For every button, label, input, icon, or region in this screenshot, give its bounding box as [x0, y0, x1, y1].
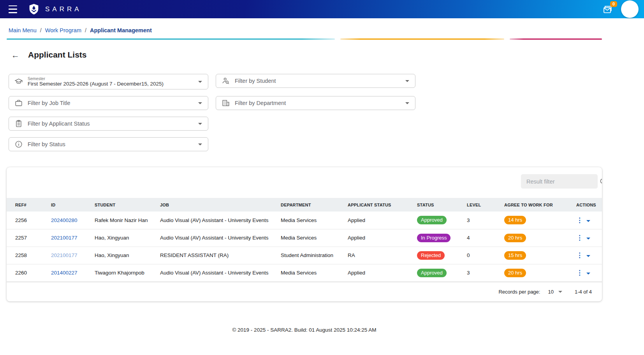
col-actions: ACTIONS: [576, 198, 602, 212]
semester-select[interactable]: Semester First Semester 2025-2026 (Augus…: [9, 74, 208, 89]
briefcase-icon: [14, 99, 23, 107]
status-badge: In Progress: [417, 234, 450, 242]
breadcrumb-work-program[interactable]: Work Program: [45, 27, 81, 33]
row-menu-icon[interactable]: ⋮: [576, 216, 582, 224]
col-id: ID: [51, 198, 95, 212]
search-icon[interactable]: [599, 178, 602, 185]
status-badge: Approved: [417, 269, 447, 277]
graduation-cap-icon: [14, 77, 23, 86]
records-per-page-value: 10: [548, 289, 553, 295]
student-id-link[interactable]: 202400280: [51, 217, 77, 223]
chevron-down-icon: [405, 102, 409, 104]
department-cell: Media Services: [281, 229, 348, 247]
agree-hours-pill: 15 hrs: [504, 251, 526, 260]
chevron-down-icon: [558, 291, 562, 293]
table-row: 2260 201400227 Tiwagorn Khajornpob Audio…: [7, 264, 602, 282]
department-cell: Student Administration: [281, 247, 348, 264]
row-expand-icon[interactable]: [586, 220, 590, 222]
table-header-row: REF# ID STUDENT JOB DEPARTMENT APPLICANT…: [7, 198, 602, 212]
brand-name: SARRA: [45, 5, 82, 13]
student-id-link[interactable]: 202100177: [51, 235, 77, 241]
tricolor-divider: [7, 38, 602, 40]
filter-applicant-status-select[interactable]: Filter by Applicant Status: [9, 117, 208, 131]
breadcrumb-main-menu[interactable]: Main Menu: [9, 27, 37, 33]
divider-crimson-segment: [510, 38, 602, 40]
col-department: DEPARTMENT: [281, 198, 348, 212]
student-id-link[interactable]: 201400227: [51, 270, 77, 276]
applicant-status-cell: RA: [348, 247, 417, 264]
filter-student-select[interactable]: Filter by Student: [216, 74, 415, 88]
divider-orange-segment: [340, 38, 504, 40]
table-row: 2258 202100177 Hao, Xingyuan RESIDENT AS…: [7, 247, 602, 264]
filter-student-label: Filter by Student: [235, 78, 276, 84]
status-badge: Approved: [417, 216, 447, 224]
filter-department-label: Filter by Department: [235, 100, 286, 106]
building-icon: [222, 99, 230, 107]
copyright-text: © 2019 - 2025 - SARRA2. Build: 01 August…: [7, 327, 602, 333]
filter-status-select[interactable]: Filter by Status: [9, 137, 208, 151]
breadcrumb-separator: /: [85, 27, 86, 33]
top-navbar: SARRA 0: [0, 0, 644, 18]
agree-hours-pill: 20 hrs: [504, 234, 526, 242]
applicant-status-cell: Applied: [348, 212, 417, 229]
back-arrow-icon[interactable]: ←: [11, 51, 19, 59]
table-row: 2257 202100177 Hao, Xingyuan Audio Visua…: [7, 229, 602, 247]
title-row: ← Applicant Lists: [11, 50, 602, 59]
breadcrumb: Main Menu / Work Program / Applicant Man…: [9, 27, 602, 33]
page-range: 1-4 of 4: [575, 289, 592, 295]
chevron-down-icon: [198, 123, 202, 125]
ref-cell: 2258: [7, 247, 51, 264]
mail-icon[interactable]: 0: [602, 4, 614, 16]
applicant-status-cell: Applied: [348, 264, 417, 282]
navbar-right: 0: [602, 0, 639, 18]
filter-job-title-select[interactable]: Filter by Job Title: [9, 96, 208, 110]
applicant-status-cell: Applied: [348, 229, 417, 247]
level-cell: 3: [467, 212, 504, 229]
department-cell: Media Services: [281, 212, 348, 229]
semester-floating-label: Semester: [28, 76, 164, 81]
row-menu-icon[interactable]: ⋮: [576, 269, 582, 277]
col-ref: REF#: [7, 198, 51, 212]
ref-cell: 2256: [7, 212, 51, 229]
student-cell: Tiwagorn Khajornpob: [95, 264, 160, 282]
mail-badge: 0: [610, 1, 617, 7]
filters-grid: Semester First Semester 2025-2026 (Augus…: [9, 74, 602, 151]
col-status: STATUS: [417, 198, 467, 212]
row-expand-icon[interactable]: [586, 273, 590, 275]
job-cell: Audio Visual (AV) Assistant - University…: [160, 229, 281, 247]
ref-cell: 2260: [7, 264, 51, 282]
col-level: LEVEL: [467, 198, 504, 212]
filter-job-title-label: Filter by Job Title: [28, 100, 70, 106]
student-cell: Rafek Monir Nazir Han: [95, 212, 160, 229]
breadcrumb-current: Applicant Management: [90, 27, 152, 33]
records-per-page-label: Records per page:: [498, 289, 540, 295]
row-menu-icon[interactable]: ⋮: [576, 234, 582, 242]
col-agree: AGREE TO WORK FOR: [504, 198, 576, 212]
level-cell: 4: [467, 229, 504, 247]
sarra-logo-icon[interactable]: [27, 3, 40, 16]
job-cell: Audio Visual (AV) Assistant - University…: [160, 212, 281, 229]
chevron-down-icon: [198, 81, 202, 83]
results-card: REF# ID STUDENT JOB DEPARTMENT APPLICANT…: [7, 167, 602, 301]
menu-icon[interactable]: [9, 5, 19, 13]
breadcrumb-separator: /: [40, 27, 42, 33]
person-search-icon: [222, 77, 230, 85]
student-id-link[interactable]: 202100177: [51, 252, 77, 258]
applicants-table: REF# ID STUDENT JOB DEPARTMENT APPLICANT…: [7, 198, 602, 282]
chevron-down-icon: [405, 80, 409, 82]
clipboard-icon: [14, 119, 23, 128]
chevron-down-icon: [198, 102, 202, 104]
search-input[interactable]: [526, 178, 599, 185]
records-per-page-select[interactable]: 10: [548, 289, 562, 295]
avatar[interactable]: [621, 0, 639, 18]
row-expand-icon[interactable]: [586, 255, 590, 257]
job-cell: RESIDENT ASSISTANT (RA): [160, 247, 281, 264]
col-applicant-status: APPLICANT STATUS: [348, 198, 417, 212]
row-expand-icon[interactable]: [586, 238, 590, 240]
agree-hours-pill: 20 hrs: [504, 269, 526, 277]
filter-department-select[interactable]: Filter by Department: [216, 96, 415, 110]
col-job: JOB: [160, 198, 281, 212]
result-filter-search[interactable]: [521, 174, 598, 189]
ref-cell: 2257: [7, 229, 51, 247]
row-menu-icon[interactable]: ⋮: [576, 251, 582, 259]
